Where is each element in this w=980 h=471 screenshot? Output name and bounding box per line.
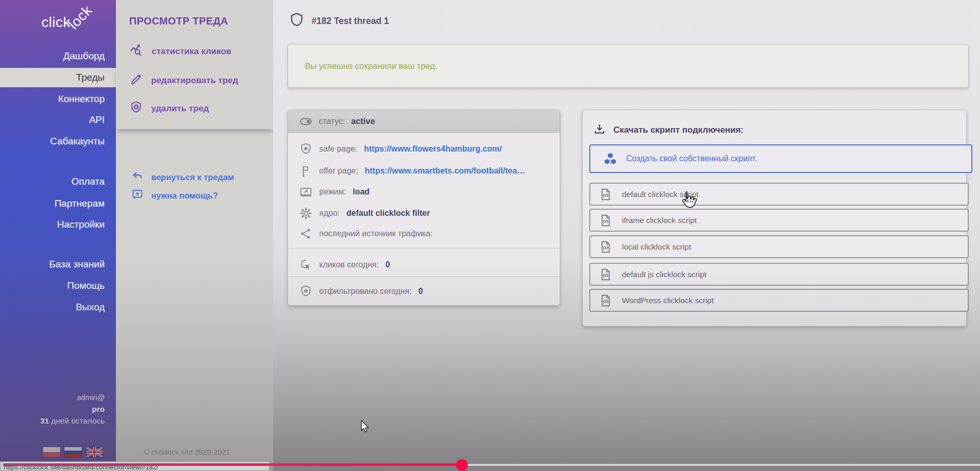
help-bubble-plus-icon (131, 188, 144, 203)
download-scripts-panel: Скачать скрипт подключения: Создать свой… (582, 110, 967, 327)
wordpress-script-label: WordPress clicklock script (622, 296, 714, 305)
days-text: дней осталось (51, 416, 105, 425)
monitor-arrow-icon (299, 185, 313, 199)
back-to-threads-label: вернуться к тредам (151, 172, 234, 182)
default-js-script-button[interactable]: default js clicklock script (589, 263, 969, 286)
russia-flag-icon[interactable] (64, 447, 82, 457)
default-script-label: default clicklock script (622, 190, 699, 199)
code-file-icon (599, 240, 612, 254)
back-to-threads-link[interactable]: вернуться к тредам (131, 169, 234, 185)
mode-label: режим: (319, 187, 346, 196)
delete-thread-label: удалить тред (151, 104, 209, 114)
stats-magnifier-icon (129, 43, 144, 60)
safe-page-row: safe page: https://www.flowers4hamburg.c… (299, 138, 552, 160)
clicklock-dashboard: click lock Дашборд Треды Коннектор API С… (0, 0, 980, 471)
sidebar-item-partners[interactable]: Партнерам (0, 194, 116, 213)
edit-thread-button[interactable]: редактировать тред (129, 72, 238, 89)
submenu-title: ПРОСМОТР ТРЕДА (129, 15, 228, 27)
sidebar-item-api[interactable]: API (0, 110, 116, 130)
delete-thread-button[interactable]: удалить тред (129, 100, 209, 117)
iframe-script-label: iframe clicklock script (622, 216, 697, 225)
default-script-button[interactable]: default clicklock script (589, 183, 969, 206)
account-plan: pro (0, 405, 105, 414)
safe-page-link[interactable]: https://www.flowers4hamburg.com/ (364, 144, 502, 154)
thread-header: #182 Test thread 1 (289, 12, 389, 30)
thread-title: #182 Test thread 1 (312, 16, 389, 27)
safe-page-label: safe page: (319, 144, 357, 154)
success-alert-text: Вы успешно сохранили ваш тред. (305, 61, 437, 71)
create-own-script-label: Создать свой собственный скрипт. (626, 154, 757, 163)
core-row: ядро: default clicklock filter (299, 202, 552, 224)
clicks-today-value: 0 (386, 260, 390, 269)
account-days-left: 31 дней осталось (0, 416, 105, 426)
code-file-icon (599, 294, 612, 307)
main-content: #182 Test thread 1 Вы успешно сохранили … (273, 0, 980, 471)
back-arrow-icon (131, 170, 144, 184)
pencil-icon (129, 72, 143, 89)
video-progress-fill[interactable] (3, 463, 462, 466)
filtered-today-row: отфильтровано сегодня: 0 (299, 280, 552, 302)
account-email: admin@ (0, 393, 105, 402)
success-alert: Вы успешно сохранили ваш тред. (288, 44, 969, 88)
code-file-icon (599, 214, 612, 227)
core-value: default clicklock filter (346, 209, 430, 218)
iframe-script-button[interactable]: iframe clicklock script (589, 209, 969, 232)
clicklock-logo: click lock (26, 3, 108, 39)
poland-flag-icon[interactable] (43, 447, 60, 457)
core-label: ядро: (319, 209, 340, 218)
sidebar-item-dashboard[interactable]: Дашборд (0, 46, 116, 66)
share-icon (299, 227, 313, 240)
filtered-today-label: отфильтровано сегодня: (319, 287, 412, 296)
cubes-icon (603, 151, 618, 166)
offer-page-link[interactable]: https://www.smartbets.com/football/tea… (365, 166, 525, 176)
sidebar-item-help[interactable]: Помощь (0, 276, 116, 295)
last-traffic-source-row: последний источник трафика: (299, 222, 552, 244)
uk-flag-icon[interactable] (86, 447, 103, 457)
code-file-icon (599, 268, 612, 281)
download-icon (593, 122, 606, 138)
video-progress-track[interactable] (467, 464, 980, 466)
days-number: 31 (40, 416, 49, 425)
shield-star-icon (299, 142, 313, 156)
clicks-today-row: кликов сегодня: 0 (299, 254, 552, 276)
toggle-icon (299, 115, 313, 128)
flag-icon (299, 164, 313, 178)
offer-page-label: offer page: (319, 166, 358, 176)
language-switcher (43, 447, 103, 457)
shield-icon (289, 12, 304, 30)
video-progress-knob[interactable] (456, 459, 468, 471)
wordpress-script-button[interactable]: WordPress clicklock script (589, 289, 969, 312)
need-help-label: нужна помощь? (151, 191, 218, 201)
offer-page-row: offer page: https://www.smartbets.com/fo… (299, 160, 552, 182)
local-script-label: local clicklock script (622, 242, 691, 252)
scripts-panel-title: Скачать скрипт подключения: (613, 125, 744, 135)
sidebar-item-threads[interactable]: Треды (0, 68, 116, 87)
last-traffic-source-label: последний источник трафика: (319, 229, 433, 238)
status-label: статус: (319, 117, 345, 126)
statusbar-url: https://clicklock.site/dashboard/connect… (0, 461, 270, 471)
click-stats-button[interactable]: статистика кликов (129, 43, 231, 60)
clicks-today-label: кликов сегодня: (319, 260, 379, 269)
local-script-button[interactable]: local clicklock script (589, 235, 969, 258)
create-own-script-button[interactable]: Создать свой собственный скрипт. (589, 144, 972, 173)
card-divider (288, 277, 560, 277)
sidebar-item-subaccounts[interactable]: Сабакаунты (0, 132, 116, 151)
need-help-link[interactable]: нужна помощь? (131, 188, 218, 203)
click-cursor-icon (299, 258, 313, 271)
scripts-panel-header: Скачать скрипт подключения: (593, 122, 744, 138)
gear-icon (299, 207, 313, 220)
code-file-icon (599, 188, 612, 201)
default-js-script-label: default js clicklock script (622, 270, 706, 279)
sidebar: click lock Дашборд Треды Коннектор API С… (0, 0, 116, 471)
sidebar-item-logout[interactable]: Выход (0, 298, 116, 317)
thread-status-card: статус: active safe page: https://www.fl… (288, 110, 560, 306)
mode-row: режим: load (299, 181, 552, 203)
sidebar-item-payment[interactable]: Оплата (0, 172, 116, 191)
filtered-today-value: 0 (418, 287, 423, 296)
status-value: active (351, 116, 375, 126)
copyright: © clicklock.site 2020-2021 (116, 448, 258, 456)
sidebar-item-knowledge-base[interactable]: База знаний (0, 255, 116, 274)
mode-value: load (353, 187, 370, 196)
sidebar-item-connector[interactable]: Коннектор (0, 89, 116, 109)
sidebar-item-settings[interactable]: Настройки (0, 215, 116, 234)
